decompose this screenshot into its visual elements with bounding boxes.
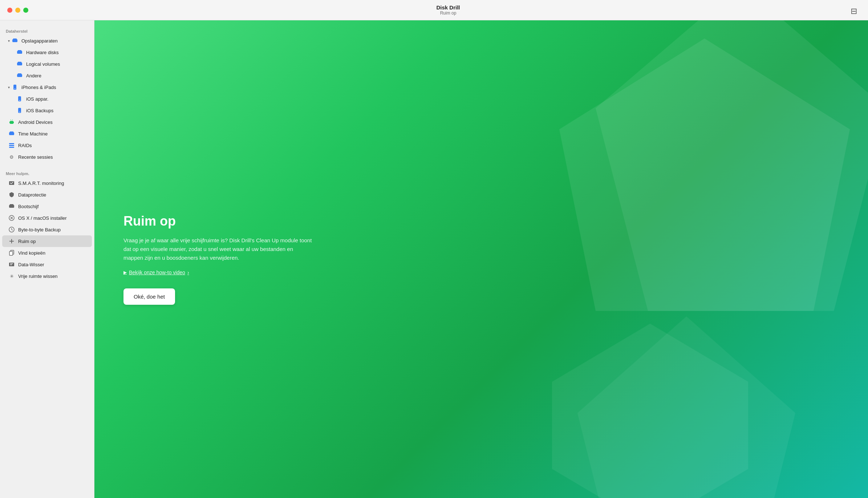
svg-rect-1 (13, 39, 17, 40)
smart-icon (8, 179, 15, 187)
svg-rect-35 (9, 263, 14, 266)
sidebar-item-andere[interactable]: Andere (2, 70, 92, 81)
sidebar-item-dataprotectie[interactable]: Dataprotectie (2, 189, 92, 201)
svg-rect-17 (9, 143, 14, 144)
erase-icon (8, 261, 15, 268)
section-meer-label: Meer hulpm. (0, 169, 94, 177)
sidebar-item-label: S.M.A.R.T. monitoring (18, 181, 64, 186)
sidebar-item-label: Time Machine (18, 131, 48, 137)
sidebar-item-raids[interactable]: RAIDs (2, 139, 92, 151)
sidebar-item-label: Byte-to-byte Backup (18, 227, 61, 232)
svg-rect-6 (17, 74, 22, 77)
phone-small-icon (16, 95, 23, 102)
main-description: Vraag je je af waar alle vrije schijfrui… (123, 236, 312, 262)
sidebar-item-data-wisser[interactable]: Data-Wisser (2, 259, 92, 270)
svg-rect-18 (9, 145, 14, 146)
sidebar-item-label: OS X / macOS installer (18, 215, 67, 221)
book-icon[interactable]: ⊟ (851, 7, 857, 16)
sidebar-item-label: RAIDs (18, 143, 32, 148)
sidebar-item-logical-volumes[interactable]: Logical volumes (2, 58, 92, 70)
maximize-button[interactable] (23, 8, 28, 13)
svg-rect-23 (9, 205, 14, 208)
chevron-down-icon: ▾ (8, 39, 10, 43)
sidebar-item-android[interactable]: Android Devices (2, 116, 92, 128)
sidebar-item-label: iPhones & iPads (21, 85, 56, 90)
svg-rect-19 (9, 147, 14, 148)
time-machine-icon (8, 130, 15, 137)
svg-marker-39 (552, 324, 748, 498)
content-card: Ruim op Vraag je je af waar alle vrije s… (123, 214, 312, 305)
minimize-button[interactable] (15, 8, 20, 13)
sidebar-item-label: Opslagapparaten (21, 38, 58, 44)
clock-icon (8, 226, 15, 233)
svg-rect-3 (18, 50, 21, 51)
sidebar-item-ios-backups[interactable]: iOS Backups (2, 105, 92, 116)
action-button[interactable]: Oké, doe het (123, 288, 175, 305)
app-container: Dataherstel ▾ Opslagapparaten Hardware d… (0, 0, 868, 498)
sidebar-item-opslagapparaten[interactable]: ▾ Opslagapparaten (2, 35, 92, 46)
main-title: Ruim op (123, 214, 312, 229)
svg-rect-11 (19, 100, 20, 101)
sidebar-item-smart[interactable]: S.M.A.R.T. monitoring (2, 177, 92, 189)
shield-icon (8, 191, 15, 198)
sidebar-item-byte-backup[interactable]: Byte-to-byte Backup (2, 224, 92, 235)
raid-icon (8, 142, 15, 149)
sidebar-item-label: Recente sessies (18, 154, 53, 160)
sidebar-item-label: iOS appar. (26, 96, 48, 102)
titlebar-center: Disk Drill Ruim op (36, 4, 861, 16)
sidebar-item-iphones-ipads[interactable]: ▾ iPhones & iPads (2, 81, 92, 93)
svg-rect-34 (9, 251, 13, 255)
sidebar-item-label: Ruim op (18, 239, 36, 244)
window-controls (7, 8, 28, 13)
sidebar: Dataherstel ▾ Opslagapparaten Hardware d… (0, 20, 94, 498)
sidebar-item-vind-kopieen[interactable]: Vind kopieën (2, 247, 92, 259)
sidebar-item-label: Vind kopieën (18, 250, 45, 256)
section-dataherstel-label: Dataherstel (0, 26, 94, 35)
svg-rect-7 (18, 73, 21, 74)
copy-icon (8, 249, 15, 256)
disk-icon (16, 49, 23, 56)
phone-icon (11, 84, 19, 91)
sidebar-item-label: Andere (26, 73, 41, 78)
sparkle-icon: ✳ (8, 272, 15, 280)
sidebar-item-ios-appar[interactable]: iOS appar. (2, 93, 92, 105)
decorative-bg (541, 20, 868, 347)
svg-rect-2 (17, 51, 22, 54)
svg-rect-0 (12, 39, 17, 42)
titlebar: Disk Drill Ruim op ⊟ (0, 0, 868, 20)
link-text: Bekijk onze how-to video (129, 270, 185, 275)
sidebar-item-label: Dataprotectie (18, 192, 46, 198)
svg-rect-14 (10, 121, 13, 124)
app-title: Disk Drill (436, 4, 460, 11)
sidebar-item-label: Logical volumes (26, 61, 60, 67)
svg-marker-38 (559, 39, 850, 311)
arrow-icon: › (187, 270, 189, 275)
sidebar-item-osx-installer[interactable]: OS X / macOS installer (2, 212, 92, 224)
sidebar-item-label: Android Devices (18, 120, 53, 125)
sidebar-item-label: Bootschijf (18, 204, 38, 209)
chevron-down-icon: ▾ (8, 85, 10, 89)
main-content: Ruim op Vraag je je af waar alle vrije s… (94, 20, 868, 498)
sidebar-item-label: iOS Backups (26, 108, 53, 113)
sidebar-item-recente-sessies[interactable]: ⚙ Recente sessies (2, 151, 92, 163)
sidebar-item-hardware-disks[interactable]: Hardware disks (2, 46, 92, 58)
disk-icon (16, 72, 23, 79)
sidebar-item-vrije-ruimte[interactable]: ✳ Vrije ruimte wissen (2, 270, 92, 282)
svg-rect-4 (17, 62, 22, 65)
disk2-icon (8, 203, 15, 210)
how-to-video-link[interactable]: ▶ Bekijk onze how-to video › (123, 270, 312, 275)
svg-rect-15 (9, 132, 14, 135)
disk-icon (16, 60, 23, 68)
sidebar-item-label: Hardware disks (26, 50, 59, 55)
sidebar-item-ruim-op[interactable]: Ruim op (2, 235, 92, 247)
sidebar-item-label: Vrije ruimte wissen (18, 274, 58, 279)
close-button[interactable] (7, 8, 12, 13)
sidebar-item-bootschijf[interactable]: Bootschijf (2, 201, 92, 212)
plus-icon (8, 238, 15, 245)
circle-x-icon (8, 214, 15, 222)
gear-icon: ⚙ (8, 153, 15, 161)
svg-rect-5 (18, 62, 21, 63)
app-subtitle: Ruim op (440, 11, 457, 16)
svg-rect-9 (14, 89, 16, 89)
sidebar-item-time-machine[interactable]: Time Machine (2, 128, 92, 139)
